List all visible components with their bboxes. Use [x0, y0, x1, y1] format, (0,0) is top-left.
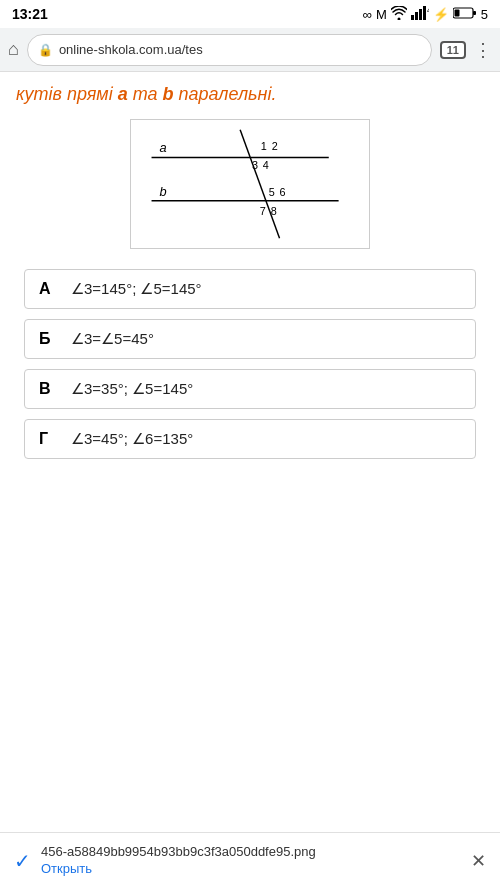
option-b-letter: Б [39, 330, 59, 348]
heading-part3: паралельні. [174, 84, 277, 104]
status-bar: 13:21 ∞ M 46 ⚡ [0, 0, 500, 28]
svg-text:1: 1 [261, 140, 267, 152]
tab-count-button[interactable]: 11 [440, 41, 466, 59]
svg-text:46: 46 [427, 7, 429, 14]
wifi-icon [391, 6, 407, 23]
filename-text: 456-a58849bb9954b93bb9c3f3a050ddfe95.png… [41, 844, 461, 878]
svg-text:8: 8 [271, 205, 277, 217]
lock-icon: 🔒 [38, 43, 53, 57]
address-bar[interactable]: 🔒 online-shkola.com.ua/tes [27, 34, 432, 66]
heading-italic-a: a [118, 84, 128, 104]
geometry-diagram: a b 1 2 3 4 5 6 7 8 [130, 119, 370, 249]
email-icon: M [376, 7, 387, 22]
option-g-text: ∠3=45°; ∠6=135° [71, 430, 193, 448]
filename-line1: 456-a58849bb9954b93bb9c3f3a050ddfe95.png [41, 844, 461, 861]
close-button[interactable]: ✕ [471, 850, 486, 872]
browser-menu-button[interactable]: ⋮ [474, 39, 492, 61]
svg-rect-7 [454, 9, 459, 16]
cellular-bars: 46 [411, 6, 429, 23]
option-a-letter: А [39, 280, 59, 298]
heading-part1: кутів прямі [16, 84, 118, 104]
heading-part2: та [128, 84, 163, 104]
svg-text:a: a [159, 140, 166, 155]
option-b[interactable]: Б ∠3=∠5=45° [24, 319, 476, 359]
bottom-bar: ✓ 456-a58849bb9954b93bb9c3f3a050ddfe95.p… [0, 832, 500, 888]
main-content: кутів прямі a та b паралельні. a b 1 2 3… [0, 72, 500, 471]
svg-text:6: 6 [280, 186, 286, 198]
battery-number: 5 [481, 7, 488, 22]
heading: кутів прямі a та b паралельні. [16, 84, 484, 105]
answer-options: А ∠3=145°; ∠5=145° Б ∠3=∠5=45° В ∠3=35°;… [16, 269, 484, 459]
option-v-text: ∠3=35°; ∠5=145° [71, 380, 193, 398]
open-link[interactable]: Открыть [41, 861, 92, 876]
battery-icon [453, 6, 477, 23]
status-icons: ∞ M 46 ⚡ [363, 6, 488, 23]
home-button[interactable]: ⌂ [8, 39, 19, 60]
svg-text:2: 2 [272, 140, 278, 152]
option-a[interactable]: А ∠3=145°; ∠5=145° [24, 269, 476, 309]
svg-text:b: b [159, 184, 166, 199]
svg-text:5: 5 [269, 186, 275, 198]
svg-text:3: 3 [252, 159, 258, 171]
option-g[interactable]: Г ∠3=45°; ∠6=135° [24, 419, 476, 459]
status-time: 13:21 [12, 6, 48, 22]
heading-italic-b: b [163, 84, 174, 104]
checkmark-icon: ✓ [14, 849, 31, 873]
option-v-letter: В [39, 380, 59, 398]
option-a-text: ∠3=145°; ∠5=145° [71, 280, 202, 298]
lightning-icon: ⚡ [433, 7, 449, 22]
option-b-text: ∠3=∠5=45° [71, 330, 154, 348]
infinity-icon: ∞ [363, 7, 372, 22]
address-text: online-shkola.com.ua/tes [59, 42, 421, 57]
svg-text:7: 7 [260, 205, 266, 217]
svg-rect-2 [419, 9, 422, 20]
option-v[interactable]: В ∠3=35°; ∠5=145° [24, 369, 476, 409]
svg-text:4: 4 [263, 159, 269, 171]
svg-rect-0 [411, 15, 414, 20]
svg-rect-3 [423, 6, 426, 20]
browser-bar: ⌂ 🔒 online-shkola.com.ua/tes 11 ⋮ [0, 28, 500, 72]
svg-rect-6 [473, 11, 476, 15]
svg-rect-1 [415, 12, 418, 20]
option-g-letter: Г [39, 430, 59, 448]
